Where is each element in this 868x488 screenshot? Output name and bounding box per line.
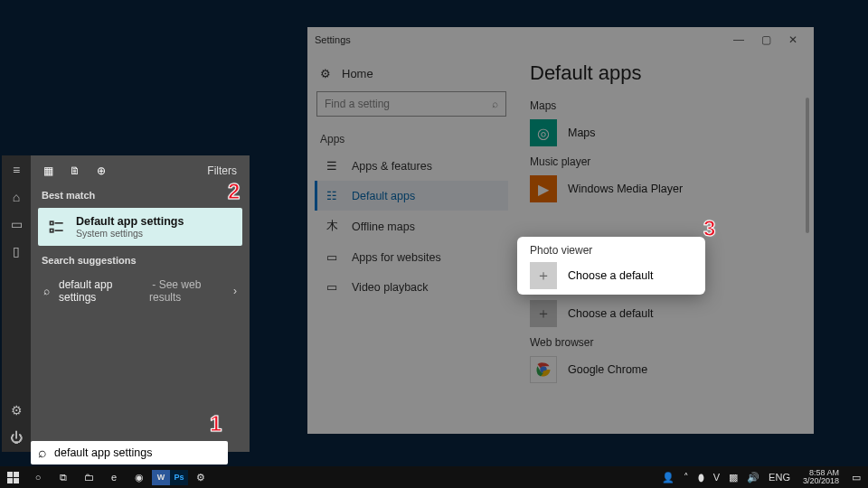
document-icon[interactable]: ▭ bbox=[11, 217, 23, 231]
search-icon: ⌕ bbox=[43, 285, 50, 297]
search-icon: ⌕ bbox=[38, 445, 47, 461]
clock-date: 3/20/2018 bbox=[803, 477, 839, 485]
search-icon: ⌕ bbox=[492, 98, 498, 110]
file-explorer-icon[interactable]: 🗀 bbox=[76, 466, 101, 488]
window-title: Settings bbox=[315, 34, 725, 45]
nav-default-apps[interactable]: ☷Default apps bbox=[315, 181, 508, 211]
annotation-1: 1 bbox=[210, 411, 222, 436]
cortana-button[interactable]: ○ bbox=[25, 466, 51, 488]
nav-label: Video playback bbox=[352, 281, 429, 294]
settings-gear-icon[interactable]: ⚙ bbox=[11, 403, 23, 418]
volume-icon[interactable]: 🔊 bbox=[747, 472, 760, 483]
plus-icon: ＋ bbox=[530, 262, 557, 289]
settings-sidebar: ⚙ Home Find a setting ⌕ Apps ☰Apps & fea… bbox=[307, 52, 515, 434]
nav-offline-maps[interactable]: ⽊Offline maps bbox=[315, 211, 508, 242]
nav-video-playback[interactable]: ▭Video playback bbox=[315, 272, 508, 302]
photoshop-icon[interactable]: Ps bbox=[170, 470, 188, 485]
window-controls: — ▢ ✕ bbox=[725, 27, 807, 52]
nav-apps-features[interactable]: ☰Apps & features bbox=[315, 151, 508, 181]
word-icon[interactable]: W bbox=[152, 470, 170, 485]
photo-viewer-card[interactable]: Photo viewer ＋ Choose a default bbox=[517, 237, 705, 295]
search-scope-icons: ▦ 🗎 ⊕ Filters bbox=[31, 155, 250, 186]
taskbar: ○ ⧉ 🗀 e ◉ W Ps ⚙ 👤 ˄ ⬮ V ▩ 🔊 ENG 8:58 AM… bbox=[0, 466, 868, 488]
default-photo-row[interactable]: ＋ Choose a default bbox=[530, 262, 693, 289]
suggestion-hint: See web results bbox=[149, 278, 201, 304]
network-icon[interactable]: ▩ bbox=[729, 472, 738, 483]
picture-icon[interactable]: ▯ bbox=[13, 244, 20, 258]
nav-label: Default apps bbox=[352, 190, 415, 202]
wmp-app-icon: ▶ bbox=[530, 175, 557, 202]
apps-scope-icon[interactable]: ▦ bbox=[43, 164, 53, 177]
language-indicator[interactable]: ENG bbox=[769, 472, 790, 483]
system-tray: 👤 ˄ ⬮ V ▩ 🔊 ENG 8:58 AM 3/20/2018 ▭ bbox=[662, 469, 868, 485]
svg-rect-2 bbox=[51, 221, 53, 224]
tray-chevron-icon[interactable]: ˄ bbox=[684, 472, 689, 483]
home-icon[interactable]: ⌂ bbox=[13, 190, 20, 204]
titlebar: Settings — ▢ ✕ bbox=[307, 27, 814, 52]
clock[interactable]: 8:58 AM 3/20/2018 bbox=[799, 469, 843, 485]
settings-taskbar-icon[interactable]: ⚙ bbox=[188, 466, 213, 488]
svg-rect-8 bbox=[7, 478, 13, 483]
settings-window: Settings — ▢ ✕ ⚙ Home Find a setting ⌕ A… bbox=[307, 27, 814, 434]
nav-label: Apps for websites bbox=[352, 251, 441, 264]
category-photo-label: Photo viewer bbox=[530, 244, 693, 257]
find-setting-placeholder: Find a setting bbox=[325, 98, 390, 110]
default-web-app: Google Chrome bbox=[568, 363, 647, 376]
close-button[interactable]: ✕ bbox=[779, 27, 807, 52]
best-match-subtitle: System settings bbox=[76, 228, 184, 239]
default-music-row[interactable]: ▶ Windows Media Player bbox=[530, 175, 799, 202]
people-icon[interactable]: 👤 bbox=[662, 472, 675, 483]
map-icon: ⽊ bbox=[325, 219, 339, 234]
suggestions-label: Search suggestions bbox=[31, 251, 250, 271]
default-maps-app: Maps bbox=[568, 127, 596, 139]
plus-icon: ＋ bbox=[530, 300, 557, 327]
filters-link[interactable]: Filters bbox=[207, 164, 237, 177]
start-rail: ≡ ⌂ ▭ ▯ ⚙ ⏻ bbox=[2, 155, 31, 452]
gear-icon: ⚙ bbox=[320, 67, 331, 80]
search-input[interactable] bbox=[54, 446, 221, 459]
hamburger-icon[interactable]: ≡ bbox=[13, 163, 20, 177]
edge-icon[interactable]: e bbox=[101, 466, 127, 488]
web-scope-icon[interactable]: ⊕ bbox=[97, 164, 106, 177]
tray-app-icon[interactable]: ⬮ bbox=[698, 472, 704, 483]
documents-scope-icon[interactable]: 🗎 bbox=[70, 164, 80, 177]
svg-rect-6 bbox=[7, 472, 13, 477]
best-match-label: Best match bbox=[31, 186, 250, 206]
website-icon: ▭ bbox=[325, 250, 339, 264]
scrollbar[interactable] bbox=[806, 98, 809, 233]
default-web-row[interactable]: Google Chrome bbox=[530, 356, 799, 383]
task-view-button[interactable]: ⧉ bbox=[51, 466, 76, 488]
start-search-box[interactable]: ⌕ bbox=[31, 441, 228, 465]
best-match-result[interactable]: Default app settings System settings bbox=[38, 208, 242, 246]
power-icon[interactable]: ⏻ bbox=[10, 430, 23, 445]
default-video-row[interactable]: ＋ Choose a default bbox=[530, 300, 799, 327]
category-music-label: Music player bbox=[530, 155, 799, 168]
nav-label: Offline maps bbox=[352, 221, 415, 233]
maps-app-icon: ◎ bbox=[530, 119, 557, 146]
nav-apps-websites[interactable]: ▭Apps for websites bbox=[315, 242, 508, 272]
svg-rect-4 bbox=[51, 230, 53, 232]
chevron-right-icon: › bbox=[233, 285, 237, 297]
annotation-2: 2 bbox=[228, 179, 240, 204]
video-icon: ▭ bbox=[325, 280, 339, 294]
minimize-button[interactable]: — bbox=[725, 27, 752, 52]
best-match-title: Default app settings bbox=[76, 215, 184, 228]
action-center-icon[interactable]: ▭ bbox=[852, 472, 861, 483]
annotation-3: 3 bbox=[703, 216, 715, 241]
nav-home[interactable]: ⚙ Home bbox=[315, 60, 508, 88]
search-suggestion[interactable]: ⌕ default app settings - See web results… bbox=[31, 271, 250, 311]
suggestion-query: default app settings bbox=[59, 278, 140, 304]
nav-label: Apps & features bbox=[352, 160, 432, 173]
default-maps-row[interactable]: ◎ Maps bbox=[530, 119, 799, 146]
settings-result-icon bbox=[47, 217, 67, 237]
category-maps-label: Maps bbox=[530, 99, 799, 112]
page-title: Default apps bbox=[530, 61, 799, 85]
category-web-label: Web browser bbox=[530, 336, 799, 349]
maximize-button[interactable]: ▢ bbox=[752, 27, 779, 52]
tray-v-icon[interactable]: V bbox=[713, 472, 720, 483]
defaults-icon: ☷ bbox=[325, 189, 339, 202]
svg-rect-7 bbox=[14, 472, 19, 477]
find-setting-input[interactable]: Find a setting ⌕ bbox=[316, 91, 506, 117]
chrome-taskbar-icon[interactable]: ◉ bbox=[127, 466, 152, 488]
start-button[interactable] bbox=[0, 466, 25, 488]
